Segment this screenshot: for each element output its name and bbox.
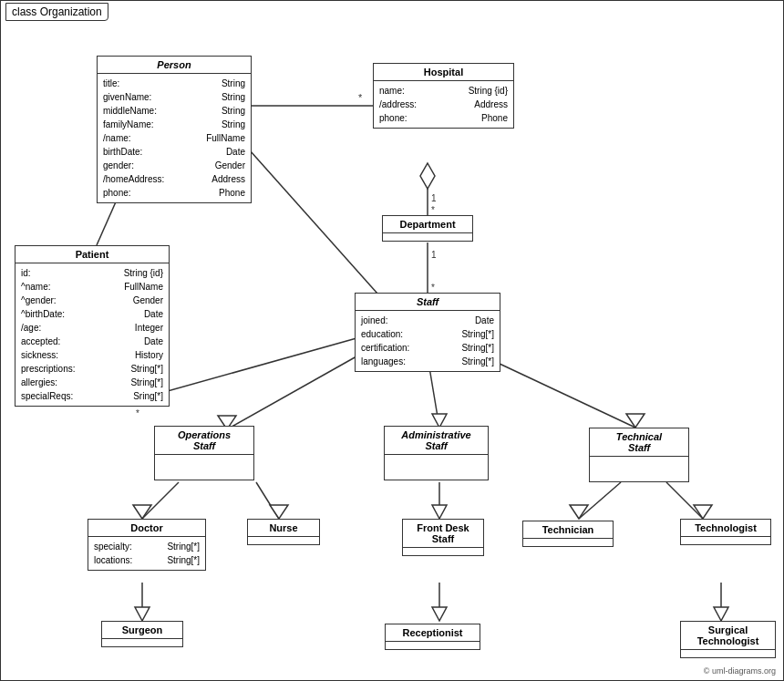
class-front-desk-staff: Front DeskStaff — [402, 519, 484, 556]
hospital-attrs: name:String {id} /address:Address phone:… — [374, 81, 513, 128]
nurse-name: Nurse — [248, 520, 319, 537]
svg-text:1: 1 — [431, 250, 437, 260]
administrative-staff-name: AdministrativeStaff — [385, 427, 488, 455]
svg-marker-33 — [432, 607, 447, 621]
svg-marker-25 — [432, 505, 447, 519]
svg-text:1: 1 — [431, 193, 437, 203]
svg-line-22 — [256, 482, 279, 519]
copyright: © uml-diagrams.org — [704, 666, 776, 676]
svg-marker-27 — [570, 505, 588, 519]
person-name: Person — [98, 57, 251, 74]
svg-line-12 — [242, 142, 393, 311]
class-receptionist: Receptionist — [385, 624, 480, 650]
class-patient: Patient id:String {id} ^name:FullName ^g… — [15, 245, 170, 407]
doctor-attrs: specialty:String[*] locations:String[*] — [88, 537, 205, 570]
staff-attrs: joined:Date education:String[*] certific… — [356, 311, 500, 371]
class-person: Person title:String givenName:String mid… — [97, 56, 252, 203]
svg-marker-3 — [420, 163, 435, 189]
svg-line-20 — [142, 482, 179, 519]
department-name: Department — [383, 216, 472, 233]
class-technologist: Technologist — [680, 519, 771, 545]
surgeon-name: Surgeon — [102, 622, 182, 639]
svg-line-28 — [666, 482, 703, 519]
svg-line-26 — [579, 482, 621, 519]
class-staff: Staff joined:Date education:String[*] ce… — [355, 293, 500, 372]
svg-text:*: * — [358, 92, 363, 103]
class-doctor: Doctor specialty:String[*] locations:Str… — [88, 519, 206, 571]
technologist-name: Technologist — [681, 520, 770, 537]
patient-name: Patient — [15, 246, 169, 263]
svg-text:*: * — [431, 205, 435, 215]
front-desk-staff-name: Front DeskStaff — [403, 520, 483, 548]
class-surgeon: Surgeon — [101, 621, 183, 647]
technician-name: Technician — [523, 521, 613, 539]
svg-marker-21 — [133, 505, 151, 519]
operations-staff-name: OperationsStaff — [155, 427, 253, 455]
doctor-name: Doctor — [88, 520, 205, 537]
svg-marker-23 — [270, 505, 288, 519]
department-attrs — [383, 233, 472, 241]
class-technical-staff: TechnicalStaff — [589, 428, 689, 482]
class-nurse: Nurse — [247, 519, 320, 545]
diagram-title: class Organization — [5, 3, 108, 21]
class-department: Department — [382, 215, 473, 242]
svg-marker-29 — [694, 505, 712, 519]
svg-marker-19 — [626, 414, 645, 428]
patient-attrs: id:String {id} ^name:FullName ^gender:Ge… — [15, 263, 169, 406]
staff-name: Staff — [356, 294, 500, 311]
class-hospital: Hospital name:String {id} /address:Addre… — [373, 63, 514, 129]
svg-line-18 — [484, 356, 635, 428]
class-administrative-staff: AdministrativeStaff — [384, 426, 489, 480]
class-technician: Technician — [522, 521, 614, 547]
svg-marker-35 — [714, 607, 728, 621]
receptionist-name: Receptionist — [386, 624, 480, 642]
surgical-technologist-name: SurgicalTechnologist — [681, 622, 775, 650]
svg-marker-31 — [135, 607, 150, 621]
svg-line-14 — [227, 356, 356, 429]
hospital-name: Hospital — [374, 64, 513, 81]
svg-text:*: * — [431, 283, 435, 293]
person-attrs: title:String givenName:String middleName… — [98, 74, 251, 202]
class-surgical-technologist: SurgicalTechnologist — [680, 621, 776, 658]
technical-staff-name: TechnicalStaff — [590, 428, 688, 457]
class-operations-staff: OperationsStaff — [154, 426, 254, 480]
diagram-container: class Organization * * 1 * 1 * — [0, 0, 784, 681]
svg-text:*: * — [136, 408, 139, 418]
